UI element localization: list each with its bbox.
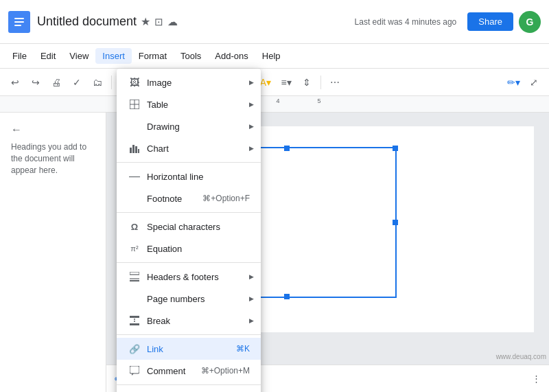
toolbar-divider-4 [320,76,321,89]
doc-icon-lines [12,15,27,29]
menu-item-bookmark[interactable]: Bookmark [117,388,261,392]
svg-rect-16 [130,148,132,153]
handle-top-right[interactable] [393,146,398,151]
image-icon: 🖼 [128,76,141,89]
menu-item-chart[interactable]: Chart [117,137,261,159]
more-options-button[interactable]: ⋮ [532,373,541,384]
menu-item-page-numbers[interactable]: Page numbers [117,288,261,310]
svg-rect-26 [130,366,139,373]
share-button[interactable]: Share [467,12,513,31]
menu-item-table[interactable]: Table [117,93,261,115]
menu-item-drawing[interactable]: Drawing [117,115,261,137]
equation-icon: π² [128,242,141,255]
insert-dropdown-menu: 🖼 Image Table Drawing Chart — Horizontal… [117,69,261,392]
menu-file[interactable]: File [5,48,34,64]
paint-format-button[interactable]: 🗂 [88,73,107,92]
svg-rect-19 [138,149,139,153]
sidebar-description: Headings you add to the document will ap… [11,141,95,176]
svg-rect-20 [130,272,139,275]
divider-1 [117,162,261,163]
toolbar: ↩ ↪ 🖨 ✓ 🗂 100%▾ ≡ ⊟ ⇤ ⇥ A▾ ≡▾ ⇕ ⋯ ✏▾ ⤢ [0,69,549,96]
doc-icon [8,11,30,33]
menu-addons[interactable]: Add-ons [208,48,255,64]
menu-item-comment[interactable]: Comment ⌘+Option+M [117,360,261,382]
table-icon [128,97,141,111]
menu-item-equation[interactable]: π² Equation [117,238,261,260]
menu-item-break[interactable]: Break [117,310,261,332]
handle-top-center[interactable] [284,146,290,151]
star-icon[interactable]: ★ [141,15,150,28]
more-toolbar-btn[interactable]: ⋯ [325,73,344,92]
menu-item-headers-footers[interactable]: Headers & footers [117,266,261,288]
text-color-btn[interactable]: ≡▾ [277,73,296,92]
handle-right-center[interactable] [393,220,398,225]
divider-3 [117,262,261,263]
toolbar-divider-1 [111,76,112,89]
handle-bottom-center[interactable] [284,294,290,299]
menu-bar: File Edit View Insert Format Tools Add-o… [0,44,549,69]
sidebar: ← Headings you add to the document will … [0,113,106,392]
link-icon: 🔗 [128,342,141,356]
svg-rect-22 [130,280,139,281]
svg-rect-23 [130,316,139,318]
menu-insert[interactable]: Insert [95,48,132,64]
fullscreen-btn[interactable]: ⤢ [524,73,544,92]
svg-rect-24 [130,323,139,325]
main-area: ← Headings you add to the document will … [0,113,549,392]
special-chars-icon: Ω [128,220,141,233]
folder-icon[interactable]: ⊡ [154,16,163,28]
drawing-icon [128,119,141,133]
svg-rect-17 [132,145,135,153]
menu-help[interactable]: Help [255,48,288,64]
page-numbers-icon [128,292,141,305]
divider-4 [117,334,261,335]
pen-button[interactable]: ✏▾ [504,73,523,92]
redo-button[interactable]: ↪ [26,73,45,92]
menu-format[interactable]: Format [132,48,174,64]
horizontal-line-icon: — [128,170,141,183]
menu-tools[interactable]: Tools [174,48,208,64]
print-button[interactable]: 🖨 [47,73,66,92]
menu-view[interactable]: View [62,48,95,64]
watermark: www.deuaq.com [496,353,546,360]
menu-item-image[interactable]: 🖼 Image [117,71,261,93]
avatar[interactable]: G [519,11,541,33]
spell-check-button[interactable]: ✓ [67,73,86,92]
menu-item-horizontal-line[interactable]: — Horizontal line [117,165,261,187]
headers-footers-icon [128,270,141,284]
chart-icon [128,141,141,155]
last-edit-text: Last edit was 4 minutes ago [355,17,457,27]
divider-2 [117,212,261,213]
menu-edit[interactable]: Edit [34,48,62,64]
doc-title-section: Untitled document ★ ⊡ ☁ [37,14,355,30]
title-bar: Untitled document ★ ⊡ ☁ Last edit was 4 … [0,0,549,44]
sidebar-back-button[interactable]: ← [11,124,95,136]
menu-item-special-chars[interactable]: Ω Special characters [117,216,261,238]
break-icon [128,314,141,327]
doc-title[interactable]: Untitled document [37,14,137,30]
cloud-icon[interactable]: ☁ [167,16,178,28]
line-spacing-btn[interactable]: ⇕ [297,73,316,92]
svg-rect-18 [135,146,137,153]
menu-item-link[interactable]: 🔗 Link ⌘K [117,338,261,360]
undo-button[interactable]: ↩ [5,73,25,92]
comment-icon [128,364,141,378]
divider-5 [117,384,261,385]
ruler: 1 2 3 4 5 [0,96,549,113]
footnote-icon [128,192,141,205]
menu-item-footnote[interactable]: Footnote ⌘+Option+F [117,187,261,209]
